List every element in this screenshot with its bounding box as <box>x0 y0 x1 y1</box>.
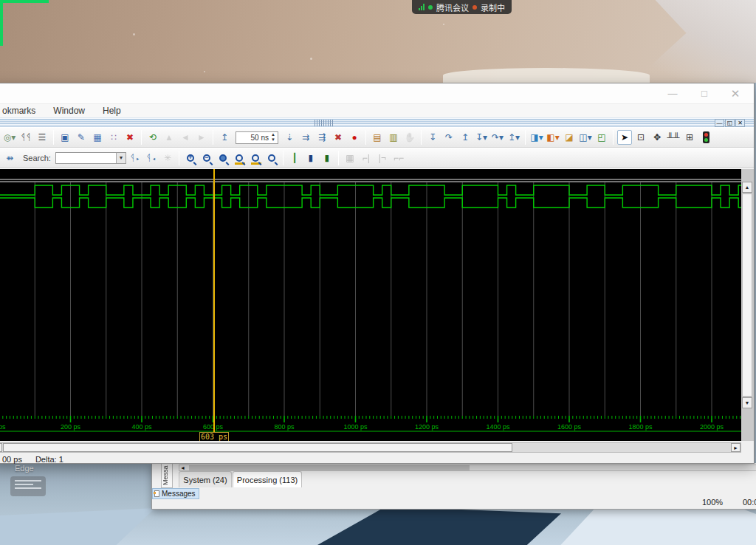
search-options-button[interactable]: ✳ <box>160 151 175 165</box>
menu-window[interactable]: Window <box>53 106 85 116</box>
scroll-left-arrow-icon[interactable]: ◄ <box>180 465 188 470</box>
titlebar[interactable]: — □ ✕ <box>0 83 754 104</box>
quit-simulation-button[interactable]: ✖ <box>123 130 137 145</box>
doc-wave-button[interactable]: ▥ <box>386 130 401 145</box>
random-stimulus-button[interactable]: ∷ <box>106 130 121 145</box>
toolbar-group: ⇻Search:▼ᛩ▸ᛩ◂✳ <box>2 151 175 165</box>
step-over-opt-button[interactable]: ↷▾ <box>490 130 505 145</box>
step-into-button[interactable]: ↧ <box>425 130 440 145</box>
run-all-button[interactable]: ⇶ <box>315 130 329 145</box>
edge-previous-button[interactable]: ⌐| <box>359 151 374 165</box>
zoom-mode-button[interactable]: ⊡ <box>633 130 648 145</box>
restart-button[interactable]: ⟲ <box>145 130 160 145</box>
block-blue-button[interactable]: ▮ <box>303 151 318 165</box>
run-length-field[interactable]: 50 ns▲▼ <box>236 131 278 144</box>
zoom-cursor-button[interactable] <box>232 151 247 165</box>
add-list-button[interactable]: ◧▾ <box>546 130 560 145</box>
close-button[interactable]: ✕ <box>724 87 746 100</box>
edge-desktop-icon-label[interactable]: Edge <box>15 464 34 473</box>
grid-pattern-button[interactable]: ▦ <box>343 151 357 165</box>
find-next-button[interactable]: ᛩ▸ <box>128 151 142 165</box>
menu-help[interactable]: Help <box>103 106 121 116</box>
pane-undock-button[interactable]: ◱ <box>725 119 735 127</box>
pane-minimize-button[interactable]: — <box>715 119 724 127</box>
edge-pair-button[interactable]: ⌐⌐ <box>391 151 406 165</box>
hand-button[interactable]: ✋ <box>402 130 417 145</box>
scrollbar-thumb[interactable] <box>189 465 470 470</box>
dock-grip[interactable] <box>315 120 334 126</box>
toolbar-separator <box>421 130 422 145</box>
cursor-time-box[interactable]: 603 ps <box>199 432 229 441</box>
cursor-pair-button[interactable]: ╨╨ <box>666 130 681 145</box>
edit-wave-button[interactable]: ⊞ <box>682 130 697 145</box>
scroll-left-arrow-icon[interactable]: ◄ <box>0 443 2 452</box>
messages-vertical-tab[interactable]: Messa <box>161 463 173 488</box>
run-continue-button[interactable]: ⇉ <box>298 130 313 145</box>
break-button[interactable]: ✖ <box>331 130 346 145</box>
zoom-range-button[interactable] <box>248 151 263 165</box>
run-length-spinner[interactable]: ▲▼ <box>269 132 277 143</box>
add-log-button[interactable]: ◪ <box>562 130 577 145</box>
search-input[interactable]: ▼ <box>55 152 126 164</box>
minimize-button[interactable]: — <box>662 87 684 100</box>
doc-report-button[interactable]: ▤ <box>370 130 385 145</box>
toolbar-group: +− <box>183 151 279 165</box>
scroll-down-arrow-icon[interactable]: ▼ <box>742 397 752 408</box>
add-dataflow-button[interactable]: ◰ <box>594 130 609 145</box>
maximize-button[interactable]: □ <box>693 87 715 100</box>
add-schematic-button[interactable]: ◫▾ <box>578 130 593 145</box>
tab-system[interactable]: System (24) <box>179 471 232 487</box>
step-into-opt-button[interactable]: ↧▾ <box>474 130 489 145</box>
restart-sim-button[interactable]: ↥ <box>217 130 232 145</box>
pane-close-button[interactable]: ✕ <box>735 119 745 127</box>
wave-hscrollbar[interactable]: ◄ ► <box>0 442 741 453</box>
edge-next-button[interactable]: |¬ <box>375 151 390 165</box>
go-forward-button[interactable]: ► <box>194 130 209 145</box>
add-wave-button[interactable]: ◨▾ <box>529 130 544 145</box>
menu-bookmarks[interactable]: okmarks <box>2 106 35 116</box>
dock-handle-bar[interactable]: — ◱ ✕ <box>0 117 754 127</box>
step-out-button[interactable]: ↥ <box>458 130 472 145</box>
pan-mode-icon: ✥ <box>653 132 661 143</box>
step-out-opt-button[interactable]: ↥▾ <box>506 130 521 145</box>
desktop-widget[interactable] <box>10 476 46 496</box>
compile-all-button[interactable]: ✎ <box>74 130 89 145</box>
run-button[interactable]: ⇣ <box>282 130 297 145</box>
simulate-button[interactable]: ▦ <box>90 130 105 145</box>
add-log-icon: ◪ <box>565 132 573 143</box>
block-green-button[interactable]: ▮ <box>320 151 334 165</box>
zoom-in-button[interactable]: + <box>183 151 198 165</box>
wave-timeline[interactable]: 0 ps200 ps400 ps600 ps800 ps1000 ps1200 … <box>0 416 741 441</box>
wave-vscrollbar[interactable]: ▲ ▼ <box>741 169 754 441</box>
insert-cursor-button[interactable]: ┃ <box>287 151 302 165</box>
traffic-light-button[interactable] <box>698 130 713 145</box>
select-mode-button[interactable]: ➤ <box>617 130 632 145</box>
pan-mode-button[interactable]: ✥ <box>650 130 664 145</box>
hscroll-thumb[interactable] <box>3 443 512 452</box>
go-up-button[interactable]: ▲ <box>162 130 176 145</box>
step-over-opt-icon: ↷▾ <box>492 132 504 143</box>
step-over-button[interactable]: ↷ <box>441 130 456 145</box>
transcript-hscrollbar[interactable]: ◄ <box>179 465 756 471</box>
waveform-canvas[interactable] <box>0 169 741 416</box>
scroll-right-arrow-icon[interactable]: ► <box>731 443 740 452</box>
compile-button[interactable]: ▣ <box>58 130 72 145</box>
meeting-recording-pill[interactable]: 腾讯会议 录制中 <box>412 0 512 14</box>
vscroll-track[interactable] <box>742 193 752 397</box>
scroll-up-arrow-icon[interactable]: ▲ <box>742 182 752 193</box>
options-dropdown-button[interactable]: ◎▾ <box>2 130 17 145</box>
search-dropdown-icon[interactable]: ▼ <box>116 153 126 163</box>
wave-cursor-line[interactable] <box>213 169 215 432</box>
hierarchy-button[interactable]: ☰ <box>35 130 49 145</box>
traffic-light-icon <box>703 131 709 143</box>
zoom-selection-button[interactable] <box>264 151 279 165</box>
find-previous-button[interactable]: ᛩ◂ <box>144 151 159 165</box>
find-button[interactable]: ᛩᛩ <box>18 130 33 145</box>
zoom-full-button[interactable] <box>216 151 230 165</box>
toolbar-group: ▤▥✋ <box>370 130 417 145</box>
stop-button[interactable]: ● <box>347 130 362 145</box>
go-back-button[interactable]: ◄ <box>178 130 193 145</box>
zoom-out-button[interactable]: − <box>199 151 214 165</box>
external-link-button[interactable]: ⇻ <box>2 151 17 165</box>
tab-processing[interactable]: Processing (113) <box>233 471 302 487</box>
